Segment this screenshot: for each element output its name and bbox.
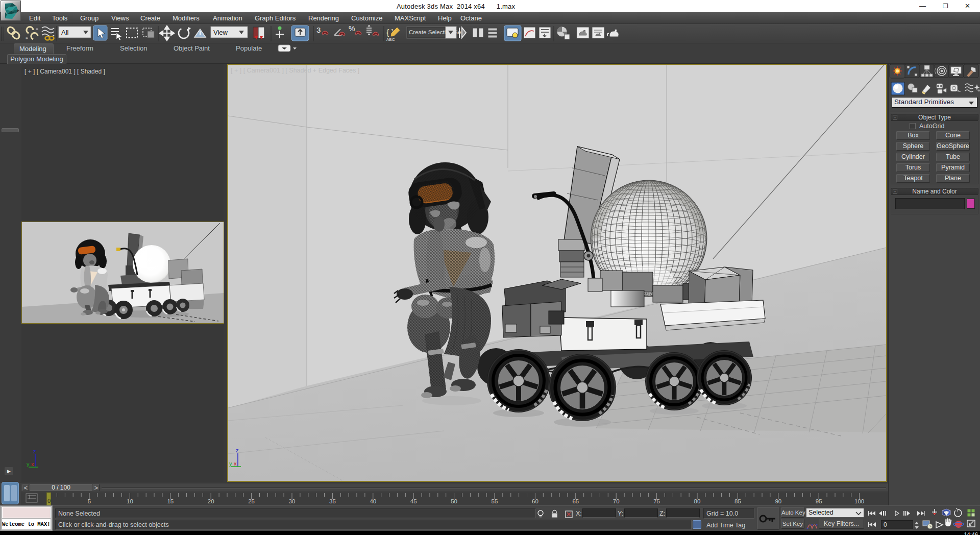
svg-text:100: 100 — [854, 498, 864, 504]
svg-text:40: 40 — [370, 498, 376, 504]
svg-text:x: x — [234, 460, 237, 467]
svg-text:ABC: ABC — [386, 37, 395, 42]
svg-text:60: 60 — [532, 498, 538, 504]
svg-text:15: 15 — [167, 498, 174, 504]
svg-text:✻: ✻ — [36, 28, 38, 31]
svg-text:75: 75 — [653, 498, 660, 504]
svg-text:z: z — [33, 449, 36, 454]
svg-text:View: View — [213, 29, 228, 36]
svg-text:85: 85 — [734, 498, 741, 504]
svg-text:70: 70 — [613, 498, 620, 504]
svg-text:0: 0 — [47, 498, 51, 504]
svg-text:95: 95 — [816, 498, 822, 504]
svg-text:90: 90 — [775, 498, 781, 504]
svg-text:30: 30 — [289, 498, 296, 504]
svg-text:35: 35 — [329, 498, 336, 504]
svg-text:55: 55 — [492, 498, 498, 504]
svg-text:x: x — [31, 461, 34, 467]
svg-text:%: % — [349, 25, 355, 33]
svg-text:25: 25 — [248, 498, 255, 504]
svg-text:65: 65 — [572, 498, 579, 504]
svg-text:3: 3 — [316, 26, 321, 34]
svg-text:50: 50 — [451, 498, 457, 504]
svg-text:45: 45 — [410, 498, 417, 504]
svg-text:20: 20 — [208, 498, 214, 504]
svg-text:z: z — [236, 447, 239, 453]
svg-text:✻: ✻ — [26, 37, 28, 40]
svg-text:5: 5 — [88, 498, 91, 504]
svg-text:y: y — [27, 461, 30, 467]
svg-text:10: 10 — [127, 498, 133, 504]
svg-text:80: 80 — [694, 498, 701, 504]
svg-text:y: y — [229, 460, 232, 467]
svg-text:All: All — [61, 29, 69, 36]
